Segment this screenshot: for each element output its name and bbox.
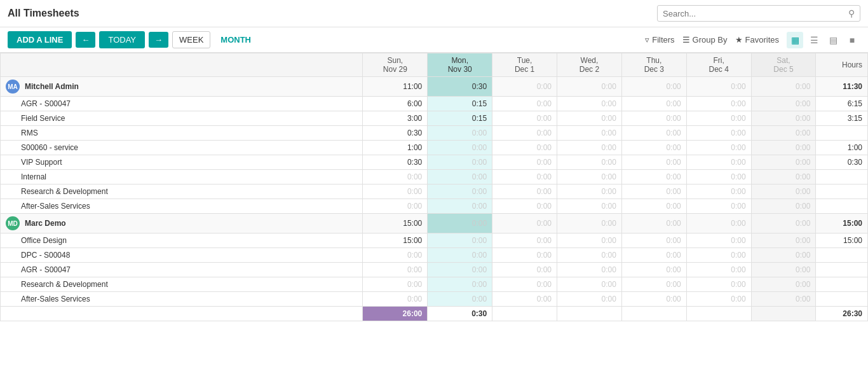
project-thu-cell[interactable]: 0:00 (621, 141, 686, 155)
project-thu-cell[interactable]: 0:00 (621, 248, 686, 263)
project-mon-cell[interactable]: 0:00 (428, 199, 492, 214)
employee-fri-cell[interactable]: 0:00 (686, 77, 751, 97)
project-sun-cell[interactable]: 0:00 (363, 185, 428, 199)
project-mon-cell[interactable]: 0:15 (428, 111, 492, 126)
project-sat-cell[interactable]: 0:00 (751, 126, 816, 141)
employee-sun-cell[interactable]: 11:00 (363, 77, 428, 97)
employee-mon-cell[interactable]: 0:30 (428, 77, 492, 97)
project-wed-cell[interactable]: 0:00 (557, 111, 622, 126)
project-fri-cell[interactable]: 0:00 (686, 248, 751, 263)
project-mon-cell[interactable]: 0:00 (428, 277, 492, 292)
project-wed-cell[interactable]: 0:00 (557, 185, 622, 199)
project-sat-cell[interactable]: 0:00 (751, 155, 816, 170)
project-wed-cell[interactable]: 0:00 (557, 292, 622, 307)
employee-tue-cell[interactable]: 0:00 (492, 214, 557, 233)
project-thu-cell[interactable]: 0:00 (621, 185, 686, 199)
project-tue-cell[interactable]: 0:00 (492, 97, 557, 111)
employee-fri-cell[interactable]: 0:00 (686, 214, 751, 233)
project-mon-cell[interactable]: 0:00 (428, 233, 492, 248)
project-wed-cell[interactable]: 0:00 (557, 233, 622, 248)
project-sat-cell[interactable]: 0:00 (751, 97, 816, 111)
project-wed-cell[interactable]: 0:00 (557, 170, 622, 185)
project-sat-cell[interactable]: 0:00 (751, 185, 816, 199)
prev-button[interactable]: ← (76, 32, 95, 48)
project-tue-cell[interactable]: 0:00 (492, 199, 557, 214)
project-tue-cell[interactable]: 0:00 (492, 155, 557, 170)
employee-tue-cell[interactable]: 0:00 (492, 77, 557, 97)
employee-sat-cell[interactable]: 0:00 (751, 214, 816, 233)
project-thu-cell[interactable]: 0:00 (621, 111, 686, 126)
project-sat-cell[interactable]: 0:00 (751, 141, 816, 155)
add-line-button[interactable]: ADD A LINE (8, 31, 72, 48)
project-tue-cell[interactable]: 0:00 (492, 170, 557, 185)
project-wed-cell[interactable]: 0:00 (557, 248, 622, 263)
project-thu-cell[interactable]: 0:00 (621, 97, 686, 111)
project-sun-cell[interactable]: 0:00 (363, 292, 428, 307)
project-mon-cell[interactable]: 0:00 (428, 126, 492, 141)
project-sun-cell[interactable]: 3:00 (363, 111, 428, 126)
group-by-button[interactable]: ☰ Group By (682, 35, 728, 45)
project-fri-cell[interactable]: 0:00 (686, 277, 751, 292)
project-tue-cell[interactable]: 0:00 (492, 126, 557, 141)
project-mon-cell[interactable]: 0:00 (428, 185, 492, 199)
project-sat-cell[interactable]: 0:00 (751, 292, 816, 307)
project-sun-cell[interactable]: 0:00 (363, 170, 428, 185)
project-mon-cell[interactable]: 0:00 (428, 170, 492, 185)
project-wed-cell[interactable]: 0:00 (557, 141, 622, 155)
project-fri-cell[interactable]: 0:00 (686, 263, 751, 277)
project-sat-cell[interactable]: 0:00 (751, 233, 816, 248)
week-button[interactable]: WEEK (172, 31, 210, 48)
project-sat-cell[interactable]: 0:00 (751, 170, 816, 185)
filters-button[interactable]: ▿ Filters (645, 35, 674, 45)
project-fri-cell[interactable]: 0:00 (686, 126, 751, 141)
project-fri-cell[interactable]: 0:00 (686, 97, 751, 111)
project-fri-cell[interactable]: 0:00 (686, 155, 751, 170)
project-sat-cell[interactable]: 0:00 (751, 199, 816, 214)
project-mon-cell[interactable]: 0:00 (428, 263, 492, 277)
pivot-view-icon[interactable]: ■ (844, 32, 860, 48)
project-thu-cell[interactable]: 0:00 (621, 199, 686, 214)
project-mon-cell[interactable]: 0:00 (428, 141, 492, 155)
project-sat-cell[interactable]: 0:00 (751, 248, 816, 263)
project-tue-cell[interactable]: 0:00 (492, 185, 557, 199)
table-view-icon[interactable]: ▤ (825, 32, 841, 48)
project-fri-cell[interactable]: 0:00 (686, 233, 751, 248)
project-sun-cell[interactable]: 15:00 (363, 233, 428, 248)
project-sat-cell[interactable]: 0:00 (751, 277, 816, 292)
project-thu-cell[interactable]: 0:00 (621, 277, 686, 292)
project-thu-cell[interactable]: 0:00 (621, 170, 686, 185)
project-mon-cell[interactable]: 0:00 (428, 292, 492, 307)
project-sun-cell[interactable]: 0:00 (363, 248, 428, 263)
search-input[interactable] (663, 9, 848, 18)
project-thu-cell[interactable]: 0:00 (621, 155, 686, 170)
project-wed-cell[interactable]: 0:00 (557, 263, 622, 277)
employee-thu-cell[interactable]: 0:00 (621, 214, 686, 233)
employee-sun-cell[interactable]: 15:00 (363, 214, 428, 233)
project-fri-cell[interactable]: 0:00 (686, 141, 751, 155)
project-sun-cell[interactable]: 0:00 (363, 263, 428, 277)
project-wed-cell[interactable]: 0:00 (557, 277, 622, 292)
project-wed-cell[interactable]: 0:00 (557, 126, 622, 141)
project-tue-cell[interactable]: 0:00 (492, 111, 557, 126)
project-wed-cell[interactable]: 0:00 (557, 97, 622, 111)
list-view-icon[interactable]: ☰ (806, 32, 822, 48)
project-tue-cell[interactable]: 0:00 (492, 248, 557, 263)
project-fri-cell[interactable]: 0:00 (686, 199, 751, 214)
project-mon-cell[interactable]: 0:15 (428, 97, 492, 111)
employee-wed-cell[interactable]: 0:00 (557, 214, 622, 233)
employee-mon-cell[interactable]: 0:00 (428, 214, 492, 233)
project-wed-cell[interactable]: 0:00 (557, 199, 622, 214)
today-button[interactable]: TODAY (99, 31, 145, 48)
project-tue-cell[interactable]: 0:00 (492, 263, 557, 277)
project-sun-cell[interactable]: 0:30 (363, 155, 428, 170)
project-thu-cell[interactable]: 0:00 (621, 233, 686, 248)
project-fri-cell[interactable]: 0:00 (686, 111, 751, 126)
project-fri-cell[interactable]: 0:00 (686, 292, 751, 307)
favorites-button[interactable]: ★ Favorites (735, 35, 779, 45)
employee-sat-cell[interactable]: 0:00 (751, 77, 816, 97)
project-mon-cell[interactable]: 0:00 (428, 155, 492, 170)
project-sat-cell[interactable]: 0:00 (751, 111, 816, 126)
grid-view-icon[interactable]: ▦ (787, 32, 803, 48)
project-tue-cell[interactable]: 0:00 (492, 233, 557, 248)
next-button[interactable]: → (149, 32, 168, 48)
